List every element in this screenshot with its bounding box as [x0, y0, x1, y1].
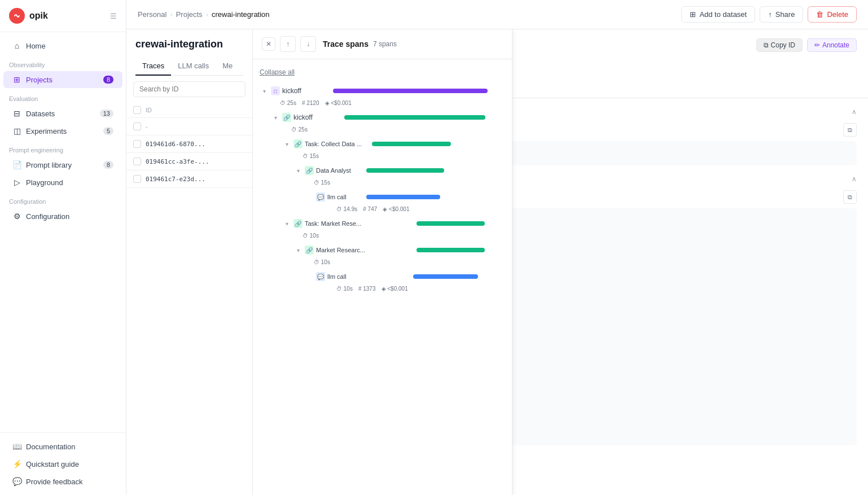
span-row: ▾ 🔗 Data Analyst ⏱ 15s: [260, 163, 505, 188]
span-meta: ⏱ 10s # 1373 ◈ <$0.001: [305, 284, 505, 294]
row-checkbox-3[interactable]: [133, 157, 141, 165]
span-bar-area: [363, 271, 505, 282]
span-time: ⏱ 15s: [303, 153, 319, 159]
add-to-dataset-button[interactable]: ⊞ Add to dataset: [681, 6, 755, 23]
copy-id-button[interactable]: ⧉ Copy ID: [756, 38, 803, 52]
search-input[interactable]: [133, 81, 246, 97]
row-placeholder-1: -: [146, 123, 148, 130]
row-checkbox-2[interactable]: [133, 140, 141, 148]
table-row[interactable]: -: [126, 118, 252, 135]
sidebar-item-documentation[interactable]: 📖 Documentation: [3, 438, 122, 455]
tab-traces[interactable]: Traces: [135, 57, 171, 76]
span-name-data-analyst: Data Analyst: [316, 167, 361, 174]
output-chevron-icon: ∧: [852, 175, 857, 183]
sidebar-footer: 📖 Documentation ⚡ Quickstart guide 💬 Pro…: [0, 432, 126, 495]
feedback-icon: 💬: [12, 477, 21, 486]
sidebar-item-quickstart[interactable]: ⚡ Quickstart guide: [3, 455, 122, 472]
topbar-actions: ⊞ Add to dataset ↑ Share 🗑 Delete: [681, 6, 857, 23]
breadcrumb-projects[interactable]: Projects: [176, 10, 203, 19]
sidebar-quickstart-label: Quickstart guide: [26, 460, 113, 468]
sidebar-item-prompt-library[interactable]: 📄 Prompt library 8: [3, 156, 122, 173]
topbar: Personal › Projects › crewai-integration…: [126, 0, 868, 29]
span-time: ⏱ 10s: [303, 233, 319, 239]
row-checkbox-4[interactable]: [133, 175, 141, 183]
sidebar-item-home[interactable]: ⌂ Home: [3, 37, 122, 54]
traces-panel-title: crewai-integration: [135, 38, 243, 50]
sidebar-documentation-label: Documentation: [26, 443, 113, 451]
panel-overlay: ✕ ↑ ↓ Trace spans 7 spans Collapse all ▾: [253, 29, 868, 495]
span-type-chain-icon: 🔗: [293, 139, 303, 148]
experiments-badge: 5: [103, 127, 113, 135]
span-row-header: ▾ 💬 llm call: [305, 269, 505, 284]
sidebar-navigation: ⌂ Home Observability ⊞ Projects 8 Evalua…: [0, 32, 126, 432]
select-all-checkbox[interactable]: [133, 106, 141, 114]
sidebar-playground-label: Playground: [26, 178, 113, 187]
span-row: ▾ 🔗 Market Researc... ⏱ 10s: [260, 242, 505, 268]
opik-logo-icon: [9, 8, 25, 24]
configuration-icon: ⚙: [12, 212, 21, 221]
tab-metrics[interactable]: Me: [216, 57, 239, 76]
table-row[interactable]: 019461cc-a3fe-...: [126, 153, 252, 170]
traces-panel: crewai-integration Traces LLM calls Me I…: [126, 29, 253, 495]
table-row[interactable]: 019461d6-6870...: [126, 135, 252, 153]
span-meta: ⏱ 15s: [282, 152, 505, 161]
span-tokens: # 1373: [358, 286, 376, 292]
yaml-copy-input-button[interactable]: ⧉: [843, 123, 857, 137]
sidebar-item-datasets[interactable]: ⊟ Datasets 13: [3, 105, 122, 122]
span-bar-green-3: [366, 168, 444, 173]
span-name-llm-call-2: llm call: [327, 273, 361, 280]
sidebar-prompt-library-label: Prompt library: [26, 161, 99, 169]
span-modal-close-button[interactable]: ✕: [262, 37, 275, 51]
sidebar-item-playground[interactable]: ▷ Playground: [3, 174, 122, 191]
row-id-3: 019461c7-e23d...: [146, 176, 205, 183]
span-cost: ◈ <$0.001: [383, 206, 409, 212]
span-row: ▾ □ kickoff ⏱ 25s # 2120 ◈ <$0.001: [260, 83, 505, 108]
span-nav-up-button[interactable]: ↑: [280, 36, 296, 52]
sidebar-home-label: Home: [26, 42, 113, 50]
delete-button[interactable]: 🗑 Delete: [808, 6, 857, 23]
share-icon: ↑: [768, 10, 772, 19]
main-content: Personal › Projects › crewai-integration…: [126, 0, 868, 495]
sidebar-item-feedback[interactable]: 💬 Provide feedback: [3, 473, 122, 490]
sidebar-feedback-label: Provide feedback: [26, 478, 113, 486]
span-bar-area: [363, 191, 505, 203]
span-nav-down-button[interactable]: ↓: [300, 36, 316, 52]
span-tree: ▾ □ kickoff ⏱ 25s # 2120 ◈ <$0.001: [260, 83, 505, 294]
copy-icon: ⧉: [764, 41, 769, 49]
span-time: ⏱ 15s: [314, 179, 330, 186]
span-tokens: # 747: [363, 206, 377, 212]
collapse-all-button[interactable]: Collapse all: [260, 66, 505, 83]
traces-list-header: ID: [126, 103, 252, 118]
span-type-llm-icon: 💬: [316, 272, 325, 281]
traces-header: crewai-integration Traces LLM calls Me: [126, 29, 252, 76]
span-toggle-icon[interactable]: ▾: [282, 139, 291, 148]
home-icon: ⌂: [12, 41, 21, 50]
sidebar-item-experiments[interactable]: ◫ Experiments 5: [3, 122, 122, 139]
tab-llm-calls[interactable]: LLM calls: [171, 57, 216, 76]
breadcrumb-personal[interactable]: Personal: [138, 10, 166, 19]
span-name-collect-data: Task: Collect Data ...: [305, 141, 367, 147]
sidebar-toggle-icon[interactable]: ☰: [110, 12, 117, 20]
yaml-copy-output-button[interactable]: ⧉: [843, 190, 857, 204]
span-toggle-icon[interactable]: ▾: [260, 86, 269, 95]
share-button[interactable]: ↑ Share: [760, 6, 803, 23]
content-area: crewai-integration Traces LLM calls Me I…: [126, 29, 868, 495]
span-tokens: # 2120: [302, 100, 319, 106]
span-bar-area: [369, 244, 505, 256]
span-meta: ⏱ 25s: [271, 125, 505, 135]
span-row-header: ▾ 🔗 Task: Collect Data ...: [282, 136, 505, 152]
span-toggle-icon[interactable]: ▾: [282, 219, 291, 228]
annotate-button[interactable]: ✏ Annotate: [807, 38, 857, 52]
span-toggle-icon[interactable]: ▾: [293, 166, 303, 175]
span-toggle-icon[interactable]: ▾: [271, 113, 280, 122]
table-row[interactable]: 019461c7-e23d...: [126, 170, 252, 188]
span-toggle-icon[interactable]: ▾: [293, 246, 303, 255]
span-time: ⏱ 25s: [280, 100, 296, 106]
traces-search: [126, 76, 252, 103]
row-checkbox-1[interactable]: [133, 122, 141, 130]
span-name-market-rese: Task: Market Rese...: [305, 220, 367, 227]
span-modal-title: Trace spans: [323, 40, 369, 49]
sidebar-item-configuration[interactable]: ⚙ Configuration: [3, 208, 122, 225]
span-name-kickoff-0: kickoff: [282, 87, 327, 95]
sidebar-item-projects[interactable]: ⊞ Projects 8: [3, 71, 122, 88]
